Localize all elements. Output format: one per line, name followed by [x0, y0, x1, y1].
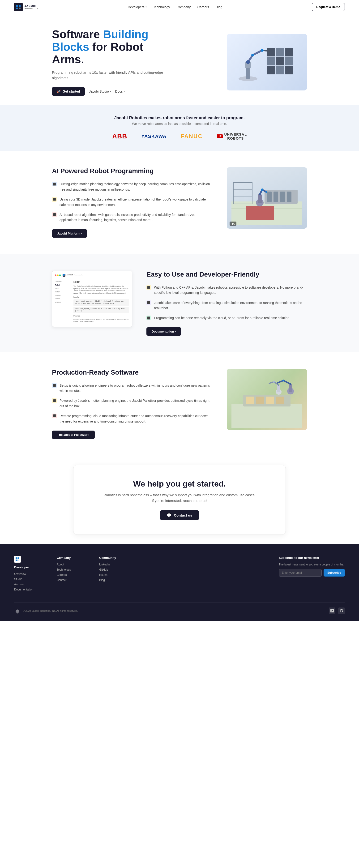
footer-newsletter-subtitle: The latest news sent to you every couple…: [279, 563, 345, 566]
footer-newsletter: Subscribe to our newsletter The latest n…: [279, 556, 345, 593]
footer-bottom: © 2024 Jacobi Robotics, Inc. All rights …: [14, 602, 345, 614]
doc-title: Robot: [73, 280, 129, 284]
svg-point-19: [251, 54, 254, 57]
feature-icon-p1: ⬛: [52, 383, 57, 388]
cta-section: We help you get started. Robotics is har…: [0, 455, 359, 544]
dev-text-content: Easy to Use and Developer-Friendly ⬛ Wit…: [146, 271, 307, 336]
footer-newsletter-title: Subscribe to our newsletter: [279, 556, 345, 560]
jacobi-studio-link[interactable]: Jacobi Studio ›: [89, 90, 111, 93]
contact-us-button[interactable]: 💬 Contact us: [160, 510, 199, 520]
hero-image: [227, 34, 307, 90]
footer-link-github[interactable]: GitHub: [99, 568, 127, 571]
request-demo-button[interactable]: Request a Demo: [312, 3, 345, 11]
svg-point-61: [18, 611, 19, 611]
newsletter-email-input[interactable]: [279, 569, 322, 577]
footer-developer-title: Developer: [14, 565, 42, 569]
feature-icon-dev-2: ⬛: [146, 301, 151, 305]
footer-link-blog[interactable]: Blog: [99, 579, 127, 582]
minimize-dot: [57, 275, 59, 276]
ai-feature-3: ⬛ AI-based robot algorithms with guardra…: [52, 212, 213, 223]
github-icon[interactable]: [338, 608, 345, 614]
documentation-button[interactable]: Documentation ›: [146, 328, 181, 336]
footer-logo: [14, 556, 42, 563]
nav-careers[interactable]: Careers: [198, 5, 209, 9]
svg-point-39: [261, 188, 263, 191]
doc-code-1: robot.joint_vel_max = [1.0] * robot.dof …: [73, 299, 129, 306]
svg-rect-4: [267, 48, 275, 57]
doc-header: JACOBI Documentation: [55, 274, 129, 278]
logo-icon: [14, 3, 23, 11]
svg-rect-8: [276, 57, 285, 65]
svg-rect-36: [258, 194, 262, 204]
footer-company-col: Company About Technology Careers Contact: [57, 556, 85, 593]
doc-nav-scene: Scene: [55, 297, 71, 301]
dev-content: Easy to Use and Developer-Friendly ⬛ Wit…: [52, 271, 307, 336]
footer-logo-icon: [14, 556, 21, 563]
chevron-down-icon: ▾: [146, 6, 147, 8]
dev-feature-list: ⬛ With Python and C++ APIs, Jacobi makes…: [146, 285, 307, 321]
svg-rect-3: [19, 7, 21, 9]
footer-link-technology[interactable]: Technology: [57, 568, 85, 571]
partners-tagline: Jacobi Robotics makes robot arms faster …: [52, 116, 307, 120]
nav-company[interactable]: Company: [177, 5, 191, 9]
svg-rect-53: [277, 385, 280, 392]
rocket-icon: 🚀: [57, 90, 61, 93]
ai-text-content: AI Powered Robot Programming ⬛ Cutting-e…: [52, 167, 213, 237]
close-dot: [55, 275, 56, 276]
svg-rect-0: [16, 5, 18, 7]
hero-subtitle: Programming robot arms 10x faster with f…: [52, 70, 165, 81]
footer-top: Developer Overview Studio Account Docume…: [14, 556, 345, 593]
footer-link-careers[interactable]: Careers: [57, 573, 85, 577]
svg-rect-30: [280, 191, 285, 202]
linkedin-icon[interactable]: [329, 608, 335, 614]
svg-rect-14: [246, 67, 250, 79]
dev-section-wrapper: Easy to Use and Developer-Friendly ⬛ Wit…: [0, 254, 359, 352]
nav-developers[interactable]: Developers ▾: [128, 5, 147, 9]
subscribe-button[interactable]: Subscribe: [324, 569, 345, 577]
get-started-button[interactable]: 🚀 Get started: [52, 87, 85, 96]
dev-feature-3: ⬛ Programming can be done remotely via t…: [146, 315, 307, 320]
docs-link[interactable]: Docs ›: [115, 90, 125, 93]
nav-links: Developers ▾ Technology Company Careers …: [128, 5, 222, 9]
jacobi-palletizer-button[interactable]: The Jacobi Palletizer ›: [52, 431, 95, 439]
dev-feature-2: ⬛ Jacobi takes care of everything, from …: [146, 300, 307, 311]
jacobi-platform-button[interactable]: Jacobi Platform ›: [52, 229, 87, 238]
ai-section-wrapper: AI Powered Robot Programming ⬛ Cutting-e…: [0, 151, 359, 254]
footer-link-account[interactable]: Account: [14, 583, 42, 586]
feature-icon-p3: ⬛: [52, 413, 57, 418]
feature-icon-2: ⬛: [52, 197, 57, 202]
newsletter-form: Subscribe: [279, 569, 345, 577]
logo[interactable]: JACOBI ROBOTICS: [14, 3, 38, 11]
svg-rect-7: [267, 57, 275, 65]
doc-navigation: Overview Robot Joints Motion Planner Sce…: [55, 280, 71, 324]
footer-link-documentation[interactable]: Documentation: [14, 588, 42, 591]
footer-link-overview[interactable]: Overview: [14, 572, 42, 576]
ai-feature-2: ⬛ Using your 3D model Jacobi creates an …: [52, 197, 213, 207]
svg-line-49: [283, 380, 291, 384]
fanuc-logo: FANUC: [181, 133, 203, 140]
logo-subtext: ROBOTICS: [25, 7, 38, 9]
navbar: JACOBI ROBOTICS Developers ▾ Technology …: [0, 0, 359, 14]
svg-point-40: [266, 191, 267, 193]
nav-blog[interactable]: Blog: [216, 5, 222, 9]
footer-link-linkedin[interactable]: LinkedIn: [99, 563, 127, 566]
footer-copyright: © 2024 Jacobi Robotics, Inc. All rights …: [23, 609, 78, 612]
footer-community-title: Community: [99, 556, 127, 560]
ai-visual: 4X: [227, 167, 307, 229]
nav-technology[interactable]: Technology: [153, 5, 170, 9]
doc-nav-overview: Overview: [55, 280, 71, 284]
feature-icon-dev-1: ⬛: [146, 285, 151, 290]
svg-rect-32: [233, 183, 252, 204]
footer-community-col: Community LinkedIn GitHub Issues Blog: [99, 556, 127, 593]
palletizer-feature-2: ⬛ Powered by Jacobi's motion planning en…: [52, 398, 213, 409]
footer-link-contact[interactable]: Contact: [57, 579, 85, 582]
svg-rect-31: [287, 191, 292, 202]
footer-link-about[interactable]: About: [57, 563, 85, 566]
ai-content: AI Powered Robot Programming ⬛ Cutting-e…: [52, 167, 307, 237]
footer-link-studio[interactable]: Studio: [14, 578, 42, 581]
universal-robots-logo: UR UNIVERSALROBOTS: [217, 132, 247, 140]
svg-rect-59: [17, 609, 18, 610]
footer-link-issues[interactable]: Issues: [99, 573, 127, 577]
doc-nav-planner: Planner: [55, 294, 71, 297]
svg-point-60: [17, 611, 18, 611]
